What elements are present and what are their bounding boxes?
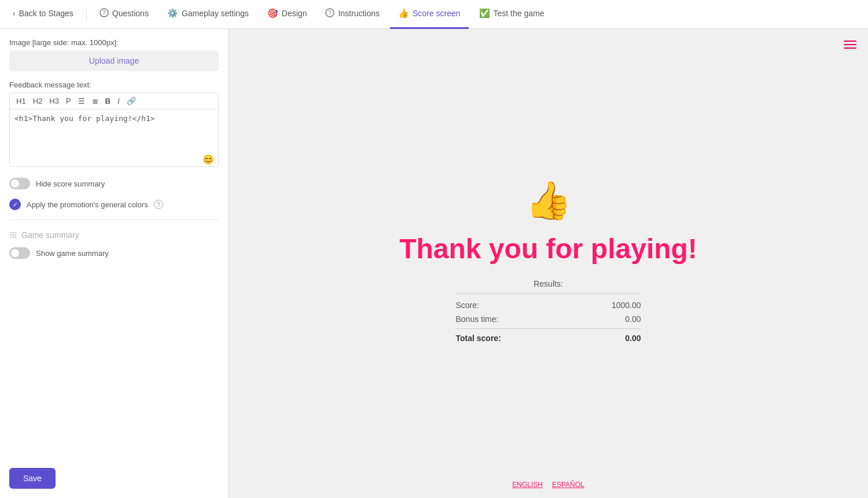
upload-image-button[interactable]: Upload image	[9, 50, 219, 71]
hamburger-line-2	[844, 44, 856, 45]
nav-gameplay[interactable]: ⚙️ Gameplay settings	[159, 0, 257, 29]
game-summary-header: ⊞ Game summary	[9, 229, 219, 240]
nav-design[interactable]: 🎯 Design	[259, 0, 315, 29]
hide-score-toggle[interactable]	[9, 178, 30, 189]
right-preview: 👍 Thank you for playing! Results: Score:…	[229, 29, 868, 498]
show-summary-label: Show game summary	[36, 249, 109, 258]
questions-icon: ?	[100, 8, 109, 19]
game-summary-section: ⊞ Game summary Show game summary	[9, 219, 219, 259]
nav-gameplay-label: Gameplay settings	[182, 9, 249, 18]
hide-score-row: Hide score summary	[9, 178, 219, 189]
main-layout: Image [large side: max. 1000px]: Upload …	[0, 29, 868, 498]
preview-content: 👍 Thank you for playing! Results: Score:…	[375, 163, 722, 363]
feedback-section: Feedback message text: H1 H2 H3 P ☰ ≣ B …	[9, 80, 219, 169]
results-header: Results:	[456, 279, 641, 294]
nav-questions-label: Questions	[112, 9, 149, 18]
nav-score[interactable]: 👍 Score screen	[390, 0, 468, 29]
lang-espanol[interactable]: ESPAÑOL	[552, 481, 584, 489]
nav-questions[interactable]: ? Questions	[91, 0, 157, 29]
rich-toolbar: H1 H2 H3 P ☰ ≣ B I 🔗	[9, 93, 219, 109]
toolbar-h2[interactable]: H2	[30, 96, 46, 107]
hamburger-line-1	[844, 41, 856, 42]
feedback-label: Feedback message text:	[9, 80, 219, 89]
image-section: Image [large side: max. 1000px]: Upload …	[9, 38, 219, 71]
hamburger-line-3	[844, 47, 856, 49]
apply-colors-row: Apply the promotion's general colors ?	[9, 199, 219, 210]
test-icon: ✅	[479, 8, 490, 19]
nav-test[interactable]: ✅ Test the game	[471, 0, 553, 29]
total-label: Total score:	[456, 334, 501, 343]
toolbar-h3[interactable]: H3	[46, 96, 62, 107]
image-label: Image [large side: max. 1000px]:	[9, 38, 219, 47]
show-summary-slider	[9, 247, 30, 259]
instructions-icon: ?	[325, 8, 334, 19]
score-label: Score:	[456, 301, 479, 310]
back-to-stages[interactable]: ‹ Back to Stages	[5, 0, 82, 29]
apply-colors-label: Apply the promotion's general colors	[27, 200, 148, 209]
nav-instructions-label: Instructions	[338, 9, 380, 18]
hide-score-label: Hide score summary	[36, 180, 105, 188]
game-summary-title: Game summary	[21, 230, 79, 240]
nav-score-label: Score screen	[413, 9, 460, 18]
grid-icon: ⊞	[9, 229, 17, 240]
left-panel: Image [large side: max. 1000px]: Upload …	[0, 29, 229, 498]
language-links: ENGLISH ESPAÑOL	[512, 481, 584, 489]
bonus-value: 0.00	[625, 314, 641, 324]
score-row: Score: 1000.00	[456, 298, 641, 312]
feedback-editor[interactable]	[9, 109, 219, 167]
total-row: Total score: 0.00	[456, 331, 641, 345]
bonus-row: Bonus time: 0.00	[456, 312, 641, 326]
hamburger-icon	[844, 41, 856, 49]
nav-instructions[interactable]: ? Instructions	[317, 0, 388, 29]
apply-colors-help-icon[interactable]: ?	[154, 200, 163, 209]
toolbar-link[interactable]: 🔗	[124, 96, 139, 107]
hamburger-menu-button[interactable]	[841, 38, 859, 51]
emoji-button[interactable]: 😊	[203, 154, 214, 165]
design-icon: 🎯	[267, 8, 278, 19]
nav-design-label: Design	[282, 9, 307, 18]
hide-score-slider	[9, 178, 30, 189]
svg-text:?: ?	[328, 10, 332, 16]
toolbar-ul[interactable]: ☰	[75, 96, 88, 107]
show-summary-row: Show game summary	[9, 247, 219, 259]
thank-you-text: Thank you for playing!	[399, 233, 697, 265]
toolbar-italic[interactable]: I	[115, 96, 123, 107]
textarea-wrapper: 😊	[9, 109, 219, 169]
thumbs-up-icon: 👍	[525, 182, 572, 219]
save-button[interactable]: Save	[9, 468, 56, 489]
back-label: Back to Stages	[19, 9, 73, 18]
results-table: Results: Score: 1000.00 Bonus time: 0.00…	[456, 279, 641, 345]
toolbar-h1[interactable]: H1	[13, 96, 29, 107]
bonus-label: Bonus time:	[456, 314, 499, 324]
nav-divider	[86, 8, 87, 21]
apply-colors-check	[9, 199, 21, 210]
toolbar-ol[interactable]: ≣	[89, 96, 101, 107]
total-value: 0.00	[625, 334, 641, 343]
show-summary-toggle[interactable]	[9, 247, 30, 259]
toolbar-p[interactable]: P	[63, 96, 74, 107]
svg-text:?: ?	[102, 10, 106, 16]
back-icon: ‹	[13, 9, 16, 18]
lang-english[interactable]: ENGLISH	[512, 481, 543, 489]
nav-test-label: Test the game	[494, 9, 545, 18]
score-icon: 👍	[398, 8, 409, 19]
gameplay-icon: ⚙️	[167, 8, 178, 19]
top-nav: ‹ Back to Stages ? Questions ⚙️ Gameplay…	[0, 0, 868, 29]
toolbar-bold[interactable]: B	[102, 96, 113, 107]
results-divider	[456, 328, 641, 329]
score-value: 1000.00	[612, 301, 641, 310]
